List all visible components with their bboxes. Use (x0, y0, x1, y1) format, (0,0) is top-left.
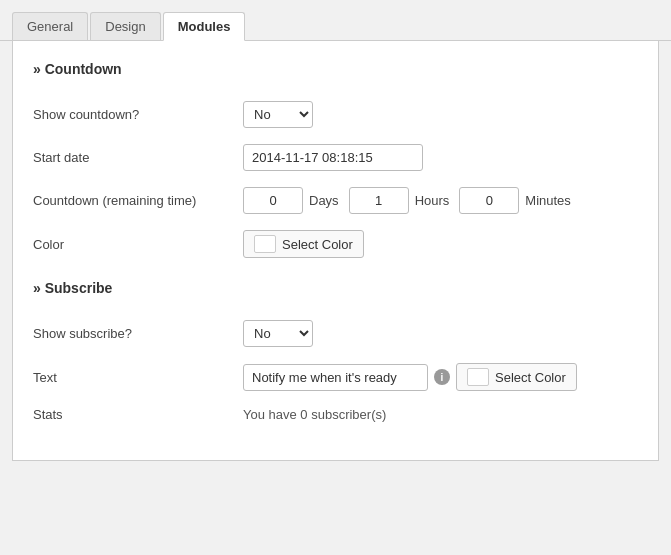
start-date-label: Start date (33, 136, 233, 179)
tab-general[interactable]: General (12, 12, 88, 40)
text-fields: i Select Color (243, 363, 628, 391)
color-swatch (254, 235, 276, 253)
tab-modules[interactable]: Modules (163, 12, 246, 41)
subscribe-color-swatch (467, 368, 489, 386)
page-wrapper: General Design Modules » Countdown Show … (0, 0, 671, 461)
notify-text-input[interactable] (243, 364, 428, 391)
subscribe-section-title: » Subscribe (33, 280, 638, 296)
start-date-row: Start date (33, 136, 638, 179)
remaining-time-row: Countdown (remaining time) Days Hours Mi… (33, 179, 638, 222)
countdown-form: Show countdown? No Yes Start date Countd… (33, 93, 638, 266)
show-subscribe-select[interactable]: No Yes (243, 320, 313, 347)
subscribe-form: Show subscribe? No Yes Text i (33, 312, 638, 430)
subscribe-select-color-button[interactable]: Select Color (456, 363, 577, 391)
color-row: Color Select Color (33, 222, 638, 266)
text-label: Text (33, 355, 233, 399)
text-row: Text i Select Color (33, 355, 638, 399)
subscribe-select-color-label: Select Color (495, 370, 566, 385)
show-subscribe-row: Show subscribe? No Yes (33, 312, 638, 355)
color-label: Color (33, 222, 233, 266)
remaining-label: Countdown (remaining time) (33, 179, 233, 222)
show-countdown-label: Show countdown? (33, 93, 233, 136)
days-unit-label: Days (309, 193, 339, 208)
tab-design[interactable]: Design (90, 12, 160, 40)
info-icon[interactable]: i (434, 369, 450, 385)
stats-row: Stats You have 0 subscriber(s) (33, 399, 638, 430)
hours-input[interactable] (349, 187, 409, 214)
countdown-fields: Days Hours Minutes (243, 187, 628, 214)
countdown-section-title: » Countdown (33, 61, 638, 77)
content-area: » Countdown Show countdown? No Yes Start… (12, 41, 659, 461)
select-color-label: Select Color (282, 237, 353, 252)
days-input[interactable] (243, 187, 303, 214)
select-color-button[interactable]: Select Color (243, 230, 364, 258)
show-subscribe-label: Show subscribe? (33, 312, 233, 355)
minutes-unit-label: Minutes (525, 193, 571, 208)
show-countdown-select[interactable]: No Yes (243, 101, 313, 128)
hours-unit-label: Hours (415, 193, 450, 208)
minutes-input[interactable] (459, 187, 519, 214)
stats-label: Stats (33, 399, 233, 430)
show-countdown-row: Show countdown? No Yes (33, 93, 638, 136)
stats-value: You have 0 subscriber(s) (243, 407, 386, 422)
tabs-bar: General Design Modules (0, 0, 671, 41)
start-date-input[interactable] (243, 144, 423, 171)
